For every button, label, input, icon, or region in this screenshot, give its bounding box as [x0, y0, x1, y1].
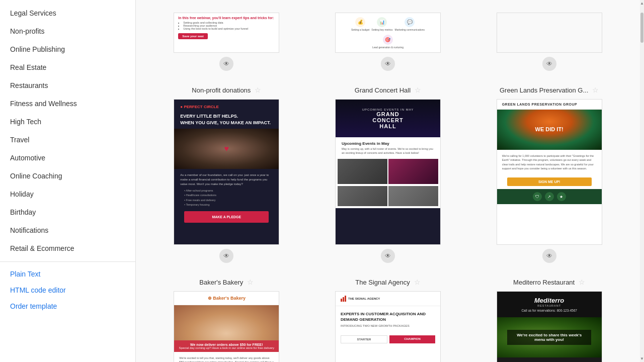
- greenlands-star[interactable]: ☆: [592, 86, 599, 94]
- template-card-nonprofit[interactable]: ● PERFECT CIRCLE Every little bit helps.…: [174, 99, 279, 245]
- eye-icon-3: 👁: [546, 60, 552, 67]
- concert-star[interactable]: ☆: [415, 86, 421, 94]
- sidebar-item-restaurants[interactable]: Restaurants: [0, 76, 135, 95]
- stat-comms: 💬 Marketing communications: [395, 17, 425, 31]
- html-code-editor-link[interactable]: HTML code editor: [0, 282, 135, 298]
- scroll-thumb[interactable]: [640, 13, 643, 43]
- list-item: Using the best tools to build and optimi…: [183, 27, 275, 30]
- main-content: In this free webinar, you'll learn exper…: [136, 0, 640, 362]
- preview-button-2[interactable]: 👁: [381, 57, 395, 71]
- concert-preview-row: 👁: [381, 249, 395, 263]
- sidebar-item-fitness[interactable]: Fitness and Wellness: [0, 95, 135, 113]
- bb-logo: ⊕ Baker's Bakery: [178, 296, 275, 301]
- sa-logo-text: THE SIGNAL AGENCY: [348, 297, 380, 300]
- np-body: As a member of our foundation, we call o…: [174, 169, 279, 211]
- scroll-down-arrow[interactable]: ▼: [640, 355, 644, 362]
- sidebar-item-travel[interactable]: Travel: [0, 131, 135, 149]
- stat-leads: 🎯 Lead generation & nurturing: [372, 35, 404, 49]
- templates-grid: In this free webinar, you'll learn exper…: [136, 0, 640, 362]
- template-cell-webinar-partial: In this free webinar, you'll learn exper…: [146, 5, 307, 78]
- gc-events-text: May is coming up, with a full roster of …: [342, 147, 434, 155]
- sidebar-item-notifications[interactable]: Notifications: [0, 221, 135, 239]
- mediterro-title: Mediterro Restaurant: [513, 279, 575, 286]
- sidebar-item-online-publishing[interactable]: Online Publishing: [0, 40, 135, 58]
- greenlands-preview-row: 👁: [542, 249, 556, 263]
- np-header: ● PERFECT CIRCLE Every little bit helps.…: [174, 100, 279, 129]
- gc-artist-row: [336, 184, 440, 208]
- preview-button[interactable]: 👁: [219, 57, 233, 71]
- concert-preview-button[interactable]: 👁: [381, 249, 395, 263]
- gl-header: GREEN LANDS PRESERVATION GROUP: [497, 100, 602, 110]
- template-card-stats[interactable]: 💰 Setting a budget 📊 Setting key metrics…: [335, 13, 441, 53]
- template-cell-nonprofit: Non-profit donations ☆ ● PERFECT CIRCLE …: [146, 78, 307, 270]
- gc-artist-1: [338, 186, 387, 206]
- budget-label: Setting a budget: [351, 28, 369, 31]
- gl-footer-icon-star: ★: [557, 192, 566, 201]
- np-preview-button[interactable]: 👁: [219, 249, 233, 263]
- mediterro-title-row: Mediterro Restaurant ☆: [474, 278, 624, 286]
- preview-icon-row: 👁: [219, 57, 233, 71]
- template-cell-greenlands: Green Lands Preservation G... ☆ GREEN LA…: [468, 78, 630, 270]
- signal-star[interactable]: ☆: [414, 278, 421, 286]
- template-card-signal[interactable]: THE SIGNAL AGENCY EXPERTS IN CUSTOMER AC…: [335, 291, 441, 362]
- sa-header: THE SIGNAL AGENCY: [336, 292, 440, 306]
- template-card-webinar[interactable]: In this free webinar, you'll learn exper…: [174, 13, 279, 53]
- greenlands-preview-button[interactable]: 👁: [542, 249, 556, 263]
- stat-budget: 💰 Setting a budget: [351, 17, 369, 31]
- mr-header: Mediterro RESTAURANT Call us for reserva…: [497, 292, 602, 317]
- signal-title-row: The Signal Agency ☆: [313, 278, 463, 286]
- sidebar-item-retail[interactable]: Retail & Ecommerce: [0, 239, 135, 257]
- eye-icon-greenlands: 👁: [546, 252, 552, 259]
- metrics-label: Setting key metrics: [371, 28, 392, 31]
- np-list-item-4: • Temporary housing: [180, 203, 273, 207]
- template-card-mediterro[interactable]: Mediterro RESTAURANT Call us for reserva…: [497, 291, 602, 362]
- bar-3: [345, 296, 346, 302]
- sidebar-divider: [0, 261, 135, 262]
- preview-icon-row-2: 👁: [381, 57, 395, 71]
- order-template-link[interactable]: Order template: [0, 298, 135, 314]
- sidebar-item-legal-services[interactable]: Legal Services: [0, 4, 135, 22]
- plain-text-link[interactable]: Plain Text: [0, 266, 135, 282]
- nonprofit-star[interactable]: ☆: [255, 86, 261, 94]
- metrics-icon: 📊: [377, 17, 387, 27]
- gl-fox-text: WE DID IT!: [535, 126, 564, 133]
- preview-button-3[interactable]: 👁: [542, 57, 556, 71]
- template-cell-mediterro: Mediterro Restaurant ☆ Mediterro RESTAUR…: [468, 270, 630, 362]
- sidebar-item-automotive[interactable]: Automotive: [0, 149, 135, 167]
- preview-icon-row-3: 👁: [542, 57, 556, 71]
- template-cell-signal: The Signal Agency ☆ THE SIGNAL AGENCY EX…: [307, 270, 469, 362]
- np-heart-icon: ♥: [224, 144, 229, 153]
- mr-food-img: We're excited to share this week's menu …: [497, 317, 602, 357]
- bb-cake-inner: [174, 305, 279, 340]
- sidebar-item-non-profits[interactable]: Non-profits: [0, 22, 135, 40]
- sidebar-item-birthday[interactable]: Birthday: [0, 203, 135, 221]
- sa-subhead: INTRODUCING TWO NEW GROWTH PACKAGES: [341, 324, 435, 328]
- bb-body: We're excited to tell you that, starting…: [174, 352, 279, 362]
- scroll-up-arrow[interactable]: ▲: [640, 0, 644, 7]
- gc-text-overlay: UPCOMING EVENTS IN MAY GRANDCONCERTHALL: [362, 108, 414, 129]
- template-card-greenlands[interactable]: GREEN LANDS PRESERVATION GROUP WE DID IT…: [497, 99, 602, 245]
- gc-image-2: [388, 159, 438, 184]
- template-cell-bakery: Baker's Bakery ☆ ⊕ Baker's Bakery We now…: [146, 270, 307, 362]
- gc-header-img: UPCOMING EVENTS IN MAY GRANDCONCERTHALL: [336, 100, 440, 137]
- template-card-bakery[interactable]: ⊕ Baker's Bakery We now deliver orders a…: [174, 291, 279, 362]
- webinar-cta: Save your seat: [178, 33, 207, 39]
- sidebar-item-real-estate[interactable]: Real Estate: [0, 58, 135, 76]
- np-cta-button: MAKE A PLEDGE: [184, 211, 269, 223]
- eye-icon-2: 👁: [385, 60, 391, 67]
- comms-label: Marketing communications: [395, 28, 425, 31]
- gc-events-section: Upcoming Events in May May is coming up,…: [336, 137, 440, 159]
- sa-body: STARTER CHAMPION: [336, 335, 440, 347]
- sidebar-item-online-coaching[interactable]: Online Coaching: [0, 167, 135, 185]
- sidebar-item-holiday[interactable]: Holiday: [0, 185, 135, 203]
- gl-footer: 🛡 ↗ ★: [497, 189, 602, 204]
- bakery-star[interactable]: ☆: [247, 278, 254, 286]
- template-card-concert[interactable]: UPCOMING EVENTS IN MAY GRANDCONCERTHALL …: [335, 99, 441, 245]
- scrollbar[interactable]: ▲ ▼: [640, 0, 644, 362]
- eye-icon-np: 👁: [223, 252, 229, 259]
- budget-icon: 💰: [355, 17, 365, 27]
- template-card-empty[interactable]: [497, 13, 602, 53]
- mediterro-star[interactable]: ☆: [579, 278, 585, 286]
- bb-offer-sub: Special day coming up? Have a look in ou…: [177, 346, 276, 349]
- sidebar-item-high-tech[interactable]: High Tech: [0, 113, 135, 131]
